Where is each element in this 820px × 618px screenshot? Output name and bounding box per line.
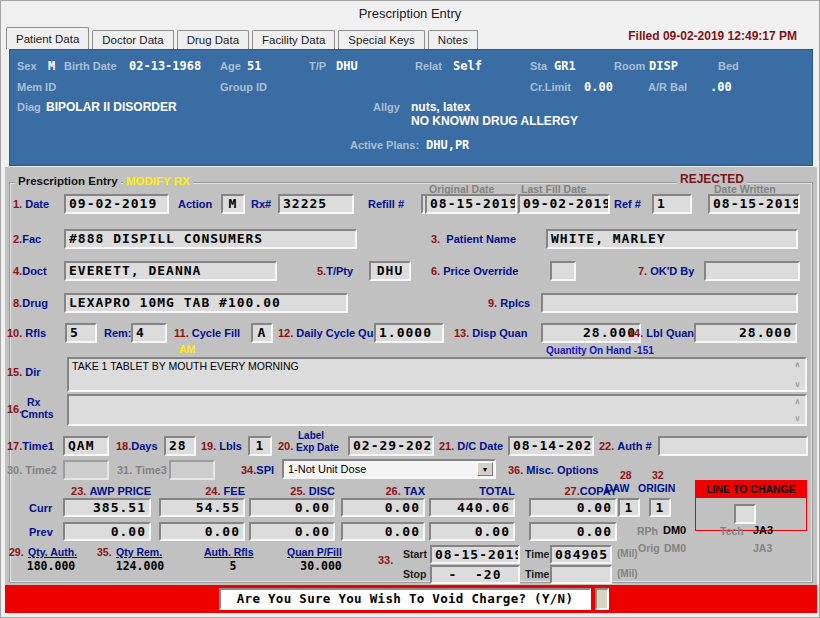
tab-notes[interactable]: Notes	[428, 30, 478, 49]
rx-number-field[interactable]: 32225	[278, 194, 354, 214]
patient-name-field[interactable]: WHITE, MARLEY	[546, 229, 798, 249]
stop-mil-label: (Mil)	[617, 568, 638, 579]
curr-fee-field[interactable]: 54.55	[159, 498, 245, 517]
curr-copay-field[interactable]: 0.00	[529, 498, 617, 517]
prev-row-label: Prev	[29, 526, 53, 538]
doct-field[interactable]: EVERETT, DEANNA	[64, 261, 277, 281]
total-text: TOTAL	[479, 485, 515, 497]
daily-cycle-quan-field[interactable]: 1.0000	[374, 323, 444, 343]
sex-label: Sex	[17, 60, 37, 72]
prev-tax-field[interactable]: 0.00	[341, 522, 425, 541]
curr-total-field[interactable]: 440.06	[429, 498, 515, 517]
okd-by-label-text: OK'D By	[650, 265, 694, 277]
tab-patient-data[interactable]: Patient Data	[6, 27, 89, 49]
auth-number-field[interactable]	[658, 436, 808, 456]
date-field[interactable]: 09-02-2019	[64, 194, 169, 214]
patient-name-num: 3.	[431, 233, 440, 245]
tab-drug-data[interactable]: Drug Data	[177, 30, 249, 49]
spi-dropdown[interactable]: 1-Not Unit Dose ▼	[282, 459, 496, 479]
curr-awp-field[interactable]: 385.51	[63, 498, 151, 517]
auth-rfls-label[interactable]: Auth. Rfls	[204, 546, 254, 558]
original-date-field[interactable]: 08-15-2019	[425, 194, 517, 214]
start-label: Start	[403, 548, 427, 560]
cr-limit-label: Cr.Limit	[530, 81, 571, 93]
fee-text: FEE	[224, 485, 245, 497]
label-exp-date-field[interactable]: 02-29-2020	[348, 436, 434, 456]
scroll-up-icon[interactable]: ∧	[795, 397, 801, 406]
rfls-field[interactable]: 5	[65, 323, 97, 343]
time2-field[interactable]	[63, 460, 109, 480]
lbl-quan-field[interactable]: 28.000	[694, 323, 797, 343]
origin-field[interactable]: 1	[649, 498, 671, 517]
dc-date-label-text: D/C Date	[457, 440, 503, 452]
rfls-label: 10. Rfls	[7, 327, 46, 339]
ref-field[interactable]: 1	[652, 194, 692, 214]
tab-facility-data[interactable]: Facility Data	[252, 30, 335, 49]
tpty-label-text: T/Pty	[326, 265, 353, 277]
birth-date-value: 02-13-1968	[129, 59, 201, 73]
rx-cmnts-textarea[interactable]: ∧ ∨	[67, 394, 807, 426]
line-to-change-field[interactable]	[734, 504, 756, 524]
qty-rem-label[interactable]: Qty Rem.	[116, 546, 162, 558]
start-time-field[interactable]: 084905	[550, 545, 612, 564]
group-id-label: Group ID	[220, 81, 267, 93]
date-written-field[interactable]: 08-15-2019	[708, 194, 800, 214]
rplcs-field[interactable]	[541, 293, 798, 313]
dir-textarea[interactable]: TAKE 1 TABLET BY MOUTH EVERY MORNING ∧ ∨	[67, 357, 807, 392]
age-label: Age	[220, 60, 241, 72]
scroll-up-icon[interactable]: ∧	[795, 360, 801, 369]
lbls-field[interactable]: 1	[248, 436, 272, 456]
daw-field[interactable]: 1	[618, 498, 640, 517]
prompt-input[interactable]	[595, 588, 609, 610]
curr-disc-field[interactable]: 0.00	[249, 498, 335, 517]
ar-bal-value: .00	[710, 80, 732, 94]
daily-cycle-quan-label-text: Daily Cycle Quan	[296, 327, 386, 339]
daily-cycle-quan-num: 12.	[278, 327, 293, 339]
time1-label-text: Time1	[22, 440, 54, 452]
disp-quan-field[interactable]: 28.000	[541, 323, 641, 343]
rx-cmnts-scrollbar[interactable]: ∧ ∨	[791, 397, 804, 423]
orig-rph-value: DM0	[664, 542, 686, 554]
dir-label: 15. Dir	[7, 366, 41, 378]
daw-num: 28	[620, 469, 632, 481]
scroll-down-icon[interactable]: ∨	[795, 414, 801, 423]
copay-num: 27.	[564, 485, 579, 497]
dir-scrollbar[interactable]: ∧ ∨	[791, 360, 804, 389]
price-override-field[interactable]	[550, 261, 576, 281]
qty-auth-label[interactable]: Qty. Auth.	[28, 546, 77, 558]
time3-field[interactable]	[169, 460, 215, 480]
okd-by-field[interactable]	[704, 261, 800, 281]
fac-field[interactable]: #888 DISPILL CONSUMERS	[64, 229, 357, 249]
curr-tax-field[interactable]: 0.00	[341, 498, 425, 517]
prescription-entry-window: Prescription Entry Filled 09-02-2019 12:…	[0, 0, 820, 618]
tp-label: T/P	[309, 60, 326, 72]
prev-copay-field[interactable]: 0.00	[529, 522, 617, 541]
tpty-field[interactable]: DHU	[369, 261, 411, 281]
prev-disc-field[interactable]: 0.00	[249, 522, 335, 541]
tab-doctor-data[interactable]: Doctor Data	[92, 30, 173, 49]
last-fill-date-field[interactable]: 09-02-2019	[518, 194, 610, 214]
rem-field[interactable]: 4	[131, 323, 167, 343]
section-title: Prescription Entry	[15, 175, 121, 187]
stop-time-field[interactable]	[550, 565, 612, 584]
spi-dropdown-button[interactable]: ▼	[477, 462, 493, 476]
scroll-down-icon[interactable]: ∨	[795, 380, 801, 389]
days-field[interactable]: 28	[164, 436, 196, 456]
auth-number-num: 22.	[599, 440, 614, 452]
start-date-field[interactable]: 08-15-2019	[430, 545, 520, 564]
doct-label-text: Doct	[22, 265, 46, 277]
quan-pfill-label[interactable]: Quan P/Fill	[287, 546, 342, 558]
stop-date-field[interactable]: - -20	[430, 565, 520, 584]
prev-awp-field[interactable]: 0.00	[63, 522, 151, 541]
tab-special-keys[interactable]: Special Keys	[338, 30, 424, 49]
dc-date-field[interactable]: 08-14-2020	[508, 436, 594, 456]
action-field[interactable]: M	[221, 194, 245, 214]
prev-fee-field[interactable]: 0.00	[159, 522, 245, 541]
line-to-change-box: LINE TO CHANGE	[695, 480, 807, 531]
prev-total-field[interactable]: 0.00	[429, 522, 515, 541]
time1-field[interactable]: QAM	[63, 436, 109, 456]
drug-field[interactable]: LEXAPRO 10MG TAB #100.00	[64, 293, 348, 313]
cycle-fill-am-tag: AM	[179, 343, 195, 355]
cycle-fill-field[interactable]: A	[251, 323, 273, 343]
allergy-value-2: NO KNOWN DRUG ALLERGY	[411, 114, 578, 128]
